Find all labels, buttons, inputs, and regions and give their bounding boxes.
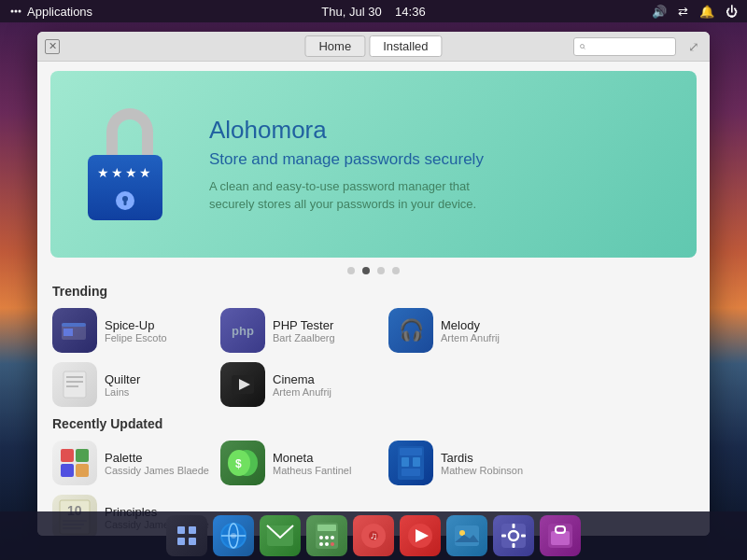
dock-store[interactable] bbox=[540, 515, 581, 556]
svg-point-0 bbox=[11, 10, 14, 13]
php-name: PHP Tester bbox=[273, 318, 335, 332]
svg-rect-61 bbox=[513, 524, 515, 528]
melody-emoji: 🎧 bbox=[399, 318, 424, 343]
php-author: Bart Zaalberg bbox=[273, 332, 335, 343]
carousel-dot-3[interactable] bbox=[377, 267, 385, 274]
window-nav: Home Installed bbox=[304, 35, 442, 57]
app-item-tardis[interactable]: Tardis Mathew Robinson bbox=[388, 441, 547, 485]
maximize-button[interactable]: ⤢ bbox=[685, 38, 702, 55]
spiceup-author: Felipe Escoto bbox=[105, 332, 167, 343]
window-search-area bbox=[573, 37, 676, 56]
svg-rect-33 bbox=[177, 526, 185, 534]
cinema-author: Artem Anufrij bbox=[273, 386, 331, 398]
cinema-name: Cinema bbox=[273, 372, 331, 386]
taskbar-bottom: ♫ bbox=[0, 511, 747, 560]
quilter-icon bbox=[52, 362, 97, 407]
clock: Thu, Jul 30 14:36 bbox=[321, 5, 425, 19]
carousel-dot-4[interactable] bbox=[392, 267, 400, 274]
search-input[interactable] bbox=[585, 40, 669, 53]
svg-rect-63 bbox=[501, 535, 506, 538]
dock-photos[interactable] bbox=[446, 515, 487, 556]
photos-icon bbox=[453, 522, 481, 550]
app-item-spiceup[interactable]: Spice-Up Felipe Escoto bbox=[52, 308, 211, 353]
svg-rect-18 bbox=[61, 464, 74, 477]
svg-rect-34 bbox=[189, 526, 196, 534]
carousel-dot-2[interactable] bbox=[362, 267, 370, 274]
video-icon bbox=[406, 522, 434, 550]
svg-point-48 bbox=[319, 542, 323, 546]
dock-video[interactable] bbox=[400, 515, 441, 556]
lock-keyhole bbox=[116, 191, 134, 210]
dock-app-grid[interactable] bbox=[166, 515, 207, 556]
tardis-icon bbox=[388, 441, 433, 485]
php-label: php bbox=[232, 324, 254, 338]
tardis-info: Tardis Mathew Robinson bbox=[441, 451, 523, 476]
svg-rect-17 bbox=[76, 449, 89, 462]
svg-point-45 bbox=[319, 536, 323, 539]
svg-text:♫: ♫ bbox=[370, 530, 377, 541]
dock-browser[interactable] bbox=[213, 515, 254, 556]
palette-name: Palette bbox=[105, 451, 209, 465]
calculator-icon bbox=[314, 521, 340, 551]
window-content: ★★★★ Alohomora Store and manage password… bbox=[37, 62, 710, 536]
nav-home-button[interactable]: Home bbox=[304, 35, 365, 57]
svg-point-46 bbox=[325, 536, 329, 539]
apps-menu[interactable]: Applications bbox=[0, 5, 102, 19]
store-icon bbox=[546, 522, 574, 550]
music-icon: ♫ bbox=[359, 522, 388, 550]
spiceup-icon bbox=[52, 308, 97, 353]
power-icon[interactable]: ⏻ bbox=[726, 5, 738, 19]
system-tray: 🔊 ⇄ 🔔 ⏻ bbox=[652, 5, 738, 19]
melody-name: Melody bbox=[441, 318, 500, 332]
carousel-dot-1[interactable] bbox=[347, 267, 355, 274]
tardis-name: Tardis bbox=[441, 451, 523, 465]
trending-title: Trending bbox=[52, 284, 695, 299]
php-icon: php bbox=[220, 308, 265, 353]
hero-title: Alohomora bbox=[209, 116, 508, 145]
spiceup-info: Spice-Up Felipe Escoto bbox=[105, 318, 167, 343]
svg-point-1 bbox=[15, 10, 18, 13]
svg-rect-9 bbox=[63, 329, 73, 336]
window-titlebar: ✕ Home Installed ⤢ bbox=[37, 32, 710, 62]
svg-rect-56 bbox=[455, 525, 479, 546]
app-item-cinema[interactable]: Cinema Artem Anufrij bbox=[220, 362, 379, 407]
hero-text: Alohomora Store and manage passwords sec… bbox=[209, 116, 508, 212]
moneta-illustration: $ bbox=[226, 449, 260, 477]
svg-point-2 bbox=[19, 10, 21, 13]
search-box[interactable] bbox=[573, 37, 676, 56]
palette-icon bbox=[52, 441, 97, 485]
moneta-icon: $ bbox=[220, 441, 265, 485]
lock-body: ★★★★ bbox=[88, 155, 162, 220]
nav-installed-button[interactable]: Installed bbox=[369, 35, 442, 57]
palette-info: Palette Cassidy James Blaede bbox=[105, 451, 209, 476]
cinema-icon bbox=[220, 362, 265, 407]
hero-banner[interactable]: ★★★★ Alohomora Store and manage password… bbox=[50, 71, 697, 258]
svg-rect-24 bbox=[400, 448, 422, 455]
dock-music[interactable]: ♫ bbox=[353, 515, 394, 556]
browser-icon bbox=[219, 522, 247, 550]
dock-settings[interactable] bbox=[493, 515, 534, 556]
app-item-melody[interactable]: 🎧 Melody Artem Anufrij bbox=[388, 308, 547, 353]
svg-rect-64 bbox=[521, 535, 526, 538]
hero-description: A clean and easy-to-use password manager… bbox=[209, 178, 508, 212]
dock-calculator[interactable] bbox=[306, 515, 347, 556]
notification-icon[interactable]: 🔔 bbox=[699, 5, 714, 19]
window-close-button[interactable]: ✕ bbox=[45, 39, 60, 54]
cinema-info: Cinema Artem Anufrij bbox=[273, 372, 331, 398]
melody-icon: 🎧 bbox=[388, 308, 433, 353]
svg-point-47 bbox=[331, 536, 334, 539]
app-item-moneta[interactable]: $ Moneta Matheus Fantinel bbox=[220, 441, 379, 485]
app-item-quilter[interactable]: Quilter Lains bbox=[52, 362, 211, 407]
app-item-palette[interactable]: Palette Cassidy James Blaede bbox=[52, 441, 211, 485]
apps-menu-icon bbox=[9, 5, 22, 18]
app-item-php[interactable]: php PHP Tester Bart Zaalberg bbox=[220, 308, 379, 353]
network-icon[interactable]: ⇄ bbox=[678, 5, 688, 19]
svg-rect-6 bbox=[124, 201, 127, 205]
trending-section: Trending Spice-Up Felipe Escoto bbox=[37, 284, 710, 416]
volume-icon[interactable]: 🔊 bbox=[652, 5, 667, 19]
spiceup-illustration bbox=[60, 317, 90, 343]
dock-mail[interactable] bbox=[260, 515, 301, 556]
hero-subtitle: Store and manage passwords securely bbox=[209, 150, 508, 169]
svg-rect-36 bbox=[189, 538, 196, 545]
mail-icon bbox=[266, 525, 294, 547]
